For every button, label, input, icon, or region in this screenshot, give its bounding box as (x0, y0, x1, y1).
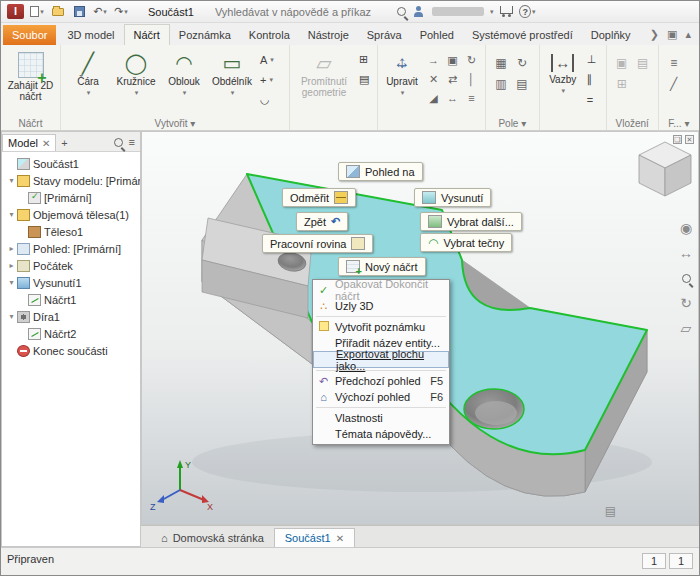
tree-item-model-states[interactable]: ▾ Stavy modelu: [Primární] (2, 172, 140, 189)
help-button[interactable]: ?▾ (519, 4, 535, 20)
tab-sprava[interactable]: Správa (358, 25, 411, 45)
move-tool-icon[interactable]: → (425, 52, 442, 69)
extend-tool-icon[interactable]: ⇄ (444, 71, 461, 88)
search-input[interactable] (215, 6, 393, 18)
tree-item-extrusion1[interactable]: ▾ Vysunutí1 (2, 274, 140, 291)
expander-icon[interactable]: ▾ (6, 278, 17, 287)
group-label-pole[interactable]: Pole ▾ (486, 118, 539, 129)
zoom-icon[interactable] (679, 270, 693, 286)
insert-image-button[interactable]: ▤ (357, 71, 371, 88)
store-button[interactable] (498, 4, 514, 20)
save-button[interactable] (71, 4, 87, 20)
arc-button[interactable]: ◠ Oblouk ▾ (160, 48, 208, 98)
tree-item-sketch2[interactable]: Náčrt2 (2, 325, 140, 342)
tab-nastroje[interactable]: Nástroje (299, 25, 358, 45)
inventor-logo-icon[interactable]: I (7, 4, 24, 19)
copy-tool-icon[interactable]: ▣ (444, 52, 461, 69)
marking-menu-select-tangencies[interactable]: ◠ Vybrat tečny (420, 233, 512, 252)
close-icon[interactable]: ✕ (336, 533, 344, 544)
rectangle-button[interactable]: ▭ Obdélník ▾ (208, 48, 256, 98)
browser-tab-model[interactable]: Model ✕ (2, 134, 56, 151)
project-geometry-button[interactable]: ▱ Promítnutí geometrie (293, 48, 355, 98)
point-tool-button[interactable]: + ▾ (258, 71, 276, 88)
insert-image-icon[interactable]: ▣ (613, 54, 631, 72)
marking-menu-select-other[interactable]: Vybrat další... (420, 212, 522, 231)
menu-item-home-view[interactable]: ⌂ Výchozí pohled F6 (313, 389, 449, 405)
browser-search-icon[interactable] (114, 138, 123, 147)
insert-acad-icon[interactable]: ⊞ (613, 75, 631, 93)
tree-item-solid-bodies[interactable]: ▾ Objemová tělesa(1) (2, 206, 140, 223)
rotate-tool-icon[interactable]: ↻ (463, 52, 480, 69)
rectangular-pattern-icon[interactable]: ▦ (492, 54, 510, 72)
tab-home-page[interactable]: ⌂ Domovská stránka (151, 529, 274, 547)
format-icon[interactable]: ≡ (665, 54, 683, 72)
look-at-icon[interactable]: ▱ (679, 320, 693, 336)
menu-item-help-topics[interactable]: Témata nápovědy... (313, 426, 449, 442)
ribbon-collapse-icon[interactable]: ▴ (685, 28, 691, 41)
tab-pohled[interactable]: Pohled (411, 25, 463, 45)
expander-icon[interactable]: ▾ (6, 176, 17, 185)
new-file-button[interactable]: ▾ (29, 4, 45, 20)
tab-document-part[interactable]: Součást1 ✕ (274, 528, 355, 547)
tree-item-hole1[interactable]: ▾ Díra1 (2, 308, 140, 325)
marking-menu-work-plane[interactable]: Pracovní rovina (262, 234, 373, 253)
tree-item-origin[interactable]: ▸ Počátek (2, 257, 140, 274)
circle-button[interactable]: ◯ Kružnice ▾ (112, 48, 160, 98)
tab-poznamka[interactable]: Poznámka (170, 25, 240, 45)
group-label-format[interactable]: F... ▾ (659, 118, 699, 129)
marking-menu-view-face[interactable]: Pohled na (338, 162, 423, 181)
tab-doplnky[interactable]: Doplňky (582, 25, 640, 45)
close-icon[interactable]: ✕ (42, 138, 50, 149)
search-icon[interactable] (397, 7, 406, 16)
text-tool-button[interactable]: A ▾ (258, 51, 276, 68)
close-window-icon[interactable]: ✕ (685, 135, 694, 144)
tab-systemove-prostredi[interactable]: Systémové prostředí (463, 25, 582, 45)
marking-menu-measure[interactable]: Odměřit (282, 188, 356, 207)
menu-item-create-note[interactable]: Vytvořit poznámku (313, 319, 449, 335)
fillet-tool-button[interactable]: ◡ (258, 91, 276, 108)
pan-icon[interactable]: ↔ (679, 245, 693, 261)
view-cube[interactable] (639, 142, 691, 196)
navigation-wheel-icon[interactable]: ◉ (679, 220, 693, 236)
tree-item-end-of-part[interactable]: Konec součásti (2, 342, 140, 359)
ribbon-panel-icon[interactable]: ▣ (667, 28, 677, 41)
browser-filter-icon[interactable]: ≡ (129, 136, 135, 148)
orbit-icon[interactable]: ↻ (679, 295, 693, 311)
mirror-icon[interactable]: ▥ (492, 75, 510, 93)
sketch-driven-icon[interactable]: ▤ (513, 75, 531, 93)
split-tool-icon[interactable]: │ (463, 71, 480, 88)
expander-icon[interactable]: ▾ (6, 312, 17, 321)
stretch-tool-icon[interactable]: ↔ (444, 90, 461, 107)
trim-tool-icon[interactable]: ✕ (425, 71, 442, 88)
tree-item-solid1[interactable]: Těleso1 (2, 223, 140, 240)
dimension-button[interactable]: ↔ Vazby ▾ (543, 48, 583, 96)
group-label-vlozeni[interactable]: Vložení (607, 118, 658, 129)
line-button[interactable]: ╱ Čára ▾ (64, 48, 112, 98)
tree-item-sketch1[interactable]: Náčrt1 (2, 291, 140, 308)
tab-soubor[interactable]: Soubor (3, 25, 56, 45)
marking-menu-new-sketch[interactable]: Nový náčrt (338, 257, 426, 276)
modify-button[interactable]: ↔↕ Upravit ▾ (381, 48, 423, 98)
menu-item-export-face-as[interactable]: Exportovat plochu jako... (313, 351, 449, 368)
redo-button[interactable]: ↷▾ (113, 4, 129, 20)
tab-nacrt[interactable]: Náčrt (124, 24, 170, 45)
add-browser-tab-button[interactable]: + (56, 135, 72, 151)
group-label-vytvorit[interactable]: Vytvořit ▾ (61, 118, 289, 129)
expander-icon[interactable]: ▸ (6, 261, 17, 270)
offset-tool-icon[interactable]: ≡ (463, 90, 480, 107)
tab-kontrola[interactable]: Kontrola (240, 25, 299, 45)
scale-tool-icon[interactable]: ◢ (425, 90, 442, 107)
marking-menu-extrude[interactable]: Vysunutí (414, 188, 491, 207)
tree-item-primary-state[interactable]: [Primární] (2, 189, 140, 206)
menu-item-previous-view[interactable]: ↶ Předchozí pohled F5 (313, 373, 449, 389)
account-button[interactable] (411, 4, 427, 20)
restore-window-icon[interactable]: ❏ (673, 135, 682, 144)
expander-icon[interactable]: ▸ (6, 244, 17, 253)
viewport-3d[interactable]: Y X Z ❏ ✕ ◉ ↔ ↻ (141, 131, 699, 525)
marking-menu-undo[interactable]: Zpět ↶ (296, 212, 348, 231)
start-2d-sketch-button[interactable]: Zahájit 2D náčrt (4, 48, 57, 102)
expander-icon[interactable]: ▾ (6, 210, 17, 219)
open-file-button[interactable] (50, 4, 66, 20)
tree-item-part[interactable]: Součást1 (2, 155, 140, 172)
construction-icon[interactable]: ╱ (665, 75, 683, 93)
